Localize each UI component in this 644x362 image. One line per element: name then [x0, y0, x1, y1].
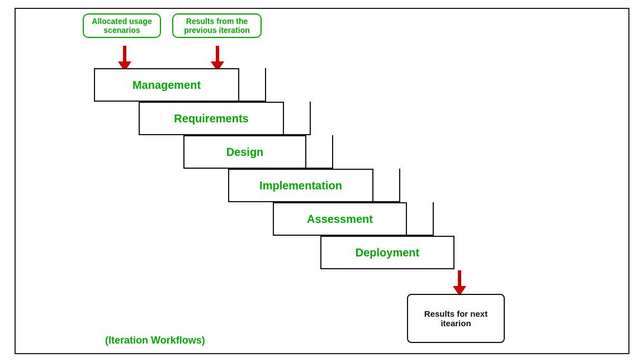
connector-3 [305, 135, 333, 169]
arrow-shaft-1 [123, 46, 126, 61]
connector-2 [283, 102, 311, 135]
step-deployment: Deployment [320, 236, 454, 269]
allocated-label: Allocated usage scenarios [83, 13, 161, 38]
arrow-shaft-3 [458, 270, 461, 286]
main-diagram: Allocated usage scenarios Results from t… [15, 8, 629, 354]
arrow-shaft-2 [216, 46, 219, 61]
step-management: Management [94, 68, 239, 102]
arrow-next [453, 270, 466, 296]
connector-4 [372, 169, 400, 202]
step-assessment: Assessment [273, 202, 407, 236]
results-prev-label: Results from the previous iteration [172, 13, 262, 38]
diagram-caption: (Iteration Workflows) [105, 335, 205, 346]
results-next-box: Results for next itearion [407, 294, 505, 343]
step-requirements: Requirements [139, 102, 284, 135]
connector-1 [238, 68, 266, 102]
connector-5 [406, 202, 434, 236]
step-design: Design [183, 135, 306, 169]
step-implementation: Implementation [228, 169, 373, 202]
